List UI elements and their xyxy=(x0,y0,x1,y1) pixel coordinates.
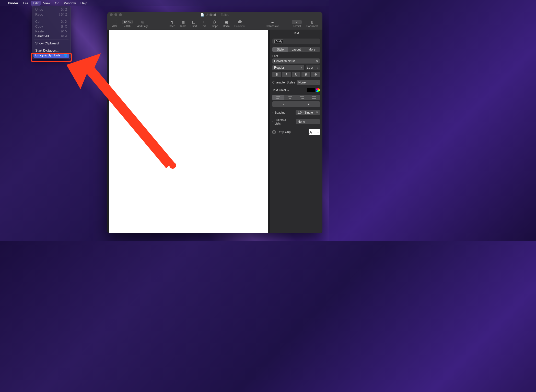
tool-collaborate-label: Collaborate xyxy=(266,25,279,28)
tool-chart-label: Chart xyxy=(191,25,197,28)
chevron-updown-icon: ⇅ xyxy=(300,66,302,69)
text-color-swatch[interactable] xyxy=(307,88,315,92)
indent-decrease-button[interactable]: ⇤ xyxy=(272,101,296,107)
tool-document[interactable]: ▯ Document xyxy=(305,20,320,28)
chevron-right-icon: › xyxy=(272,111,273,114)
tool-format[interactable]: 🖌︎ Format xyxy=(290,20,304,28)
align-left-button[interactable] xyxy=(272,95,284,100)
paint-brush-icon: 🖌︎ xyxy=(292,20,302,24)
document-page[interactable] xyxy=(109,30,268,233)
align-center-icon xyxy=(288,96,292,99)
tool-comment[interactable]: 💬 Comment xyxy=(232,20,247,28)
drop-cap-style-button[interactable]: A ⌄ xyxy=(309,129,320,135)
font-family-select[interactable]: Helvetica Neue ⇅ xyxy=(272,58,320,64)
drop-cap-preview-icon: A xyxy=(309,130,312,134)
table-icon: ▦ xyxy=(181,20,185,24)
menu-cut-label: Cut xyxy=(35,20,40,23)
paragraph-style-select[interactable]: Body ⌄ xyxy=(272,39,320,44)
chart-icon: ◫ xyxy=(192,20,195,24)
content-area: Text Body ⌄ Style Layout More Font Helve… xyxy=(107,30,322,233)
character-styles-label: Character Styles xyxy=(272,81,295,84)
menu-go[interactable]: Go xyxy=(55,1,59,5)
align-justify-button[interactable] xyxy=(308,95,320,100)
font-weight-select[interactable]: Regular ⇅ xyxy=(272,65,304,70)
indent-increase-button[interactable]: ⇥ xyxy=(296,101,320,107)
tool-table[interactable]: ▦ Table xyxy=(178,20,188,28)
tool-shape[interactable]: ⬠ Shape xyxy=(209,20,220,28)
spacing-disclosure[interactable]: › Spacing 1.0 - Single ⇅ xyxy=(272,110,320,115)
menu-edit[interactable]: Edit xyxy=(31,1,41,6)
tab-style[interactable]: Style xyxy=(272,47,288,52)
tool-text[interactable]: T Text xyxy=(200,20,208,28)
menu-emoji-symbols[interactable]: Emoji & Symbols 🌐 xyxy=(33,53,69,58)
menu-select-all-label: Select All xyxy=(35,34,49,38)
menu-select-all-shortcut: ⌘ A xyxy=(61,34,67,38)
menubar: Finder File Edit View Go Window Help xyxy=(0,0,329,6)
tool-shape-label: Shape xyxy=(211,25,218,28)
menu-copy[interactable]: Copy ⌘ C xyxy=(32,24,71,29)
tool-add-page[interactable]: ⊞ Add Page xyxy=(135,20,150,28)
spacing-value: 1.0 - Single xyxy=(297,111,313,114)
line-spacing-select[interactable]: 1.0 - Single ⇅ xyxy=(296,110,320,115)
drop-cap-checkbox[interactable] xyxy=(272,130,276,134)
bold-button[interactable]: B xyxy=(272,72,281,77)
italic-button[interactable]: I xyxy=(282,72,291,77)
color-picker-icon[interactable] xyxy=(316,88,320,92)
strikethrough-button[interactable]: S xyxy=(301,72,310,77)
font-size-field[interactable]: 11 pt ⇅ xyxy=(306,65,320,70)
menu-undo[interactable]: Undo ⌘ Z xyxy=(32,7,71,12)
menu-file[interactable]: File xyxy=(23,1,28,5)
align-justify-icon xyxy=(312,96,316,99)
bullets-label: Bullets & Lists xyxy=(274,118,293,125)
globe-icon: 🌐 xyxy=(64,54,67,57)
character-styles-value: None xyxy=(298,81,306,84)
align-right-button[interactable] xyxy=(296,95,308,100)
text-icon: T xyxy=(203,20,205,24)
align-center-button[interactable] xyxy=(284,95,296,100)
menu-select-all[interactable]: Select All ⌘ A xyxy=(32,34,71,39)
tool-insert[interactable]: ¶ Insert xyxy=(167,20,177,28)
tool-view[interactable]: View xyxy=(110,20,119,27)
tool-chart[interactable]: ◫ Chart xyxy=(189,20,199,28)
menu-cut[interactable]: Cut ⌘ X xyxy=(32,19,71,24)
window-controls xyxy=(110,13,122,16)
underline-button[interactable]: U xyxy=(292,72,300,77)
plus-page-icon: ⊞ xyxy=(141,20,144,24)
tool-view-label: View xyxy=(112,24,117,27)
font-weight-value: Regular xyxy=(274,66,285,69)
menu-paste[interactable]: Paste ⌘ V xyxy=(32,29,71,34)
menu-start-dictation[interactable]: Start Dictation… xyxy=(32,48,71,53)
gear-icon: ⚙︎ xyxy=(314,73,317,76)
inspector-tabs: Style Layout More xyxy=(272,47,320,52)
menu-undo-shortcut: ⌘ Z xyxy=(61,8,67,11)
tool-zoom[interactable]: 125% Zoom xyxy=(120,20,134,27)
app-name[interactable]: Finder xyxy=(8,1,18,5)
tab-more[interactable]: More xyxy=(304,47,320,52)
menu-help[interactable]: Help xyxy=(80,1,87,5)
tool-collaborate[interactable]: ☁︎ Collaborate xyxy=(264,20,281,28)
inspector-title: Text xyxy=(270,30,322,36)
menu-paste-label: Paste xyxy=(35,29,44,33)
close-window-icon[interactable] xyxy=(110,13,113,16)
menu-show-clipboard[interactable]: Show Clipboard xyxy=(32,41,71,46)
stepper-icon[interactable]: ⇅ xyxy=(316,66,319,69)
tool-media[interactable]: ▣ Media xyxy=(221,20,231,28)
menu-window[interactable]: Window xyxy=(64,1,76,5)
character-styles-select[interactable]: None ⌄ xyxy=(297,80,320,85)
tab-layout[interactable]: Layout xyxy=(288,47,304,52)
menu-paste-shortcut: ⌘ V xyxy=(61,30,67,33)
minimize-window-icon[interactable] xyxy=(114,13,117,16)
bullets-disclosure[interactable]: › Bullets & Lists None ⌄ xyxy=(272,118,320,125)
font-family-value: Helvetica Neue xyxy=(274,59,295,63)
zoom-value[interactable]: 125% xyxy=(122,20,133,24)
menu-redo[interactable]: Redo ⇧⌘ Z xyxy=(32,12,71,17)
window-titlebar[interactable]: 📄 Untitled — Edited xyxy=(107,12,322,18)
zoom-window-icon[interactable] xyxy=(119,13,122,16)
canvas-wrap[interactable] xyxy=(107,30,270,233)
drop-cap-label: Drop Cap xyxy=(277,130,290,134)
bullets-select[interactable]: None ⌄ xyxy=(296,119,320,124)
menu-view[interactable]: View xyxy=(43,1,50,5)
document-tool-icon: ▯ xyxy=(311,20,313,24)
menu-undo-label: Undo xyxy=(35,8,43,11)
text-settings-button[interactable]: ⚙︎ xyxy=(311,72,320,77)
